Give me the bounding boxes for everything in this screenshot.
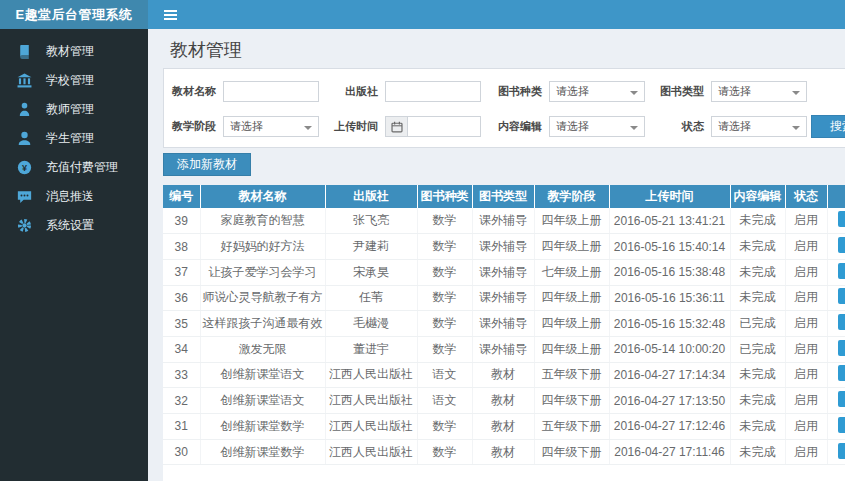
row-action-button[interactable] <box>838 417 845 433</box>
cell-图书种类: 数学 <box>417 439 472 465</box>
cell-教学阶段: 四年级下册 <box>534 388 609 414</box>
cell-上传时间: 2016-04-27 17:13:50 <box>609 388 730 414</box>
upload-time-input[interactable] <box>407 116 481 137</box>
row-action-button[interactable] <box>838 340 845 356</box>
teacher-icon <box>17 102 32 117</box>
book-category-select-value: 请选择 <box>556 84 589 99</box>
student-icon <box>17 131 32 146</box>
book-category-select[interactable]: 请选择 <box>549 81 645 102</box>
book-type-label: 图书类型 <box>656 84 704 99</box>
row-action-button[interactable] <box>838 443 845 459</box>
name-input[interactable] <box>223 81 319 102</box>
cell-图书种类: 语文 <box>417 362 472 388</box>
status-select[interactable]: 请选择 <box>711 116 807 137</box>
cell-教学阶段: 四年级上册 <box>534 234 609 260</box>
cell-编号: 38 <box>163 234 200 260</box>
cell-上传时间: 2016-05-16 15:38:48 <box>609 259 730 285</box>
sidebar-item-label: 学校管理 <box>46 72 94 89</box>
cell-上传时间: 2016-04-27 17:12:46 <box>609 414 730 440</box>
column-header-内容编辑: 内容编辑 <box>730 185 785 208</box>
main-content: 教材管理 教材名称出版社图书种类请选择图书类型请选择 搜索 教学阶段请选择上传时… <box>148 29 845 481</box>
row-action-button[interactable] <box>838 263 845 279</box>
add-material-button[interactable]: 添加新教材 <box>163 153 251 176</box>
filter-upload-time: 上传时间 <box>330 116 481 137</box>
sidebar-item-教师管理[interactable]: 教师管理 <box>0 95 148 124</box>
cell-上传时间: 2016-05-21 13:41:21 <box>609 208 730 234</box>
cell-actions <box>827 362 845 388</box>
filter-teaching-stage: 教学阶段请选择 <box>168 116 319 137</box>
row-action-button[interactable] <box>838 237 845 253</box>
row-action-button[interactable] <box>838 288 845 304</box>
filter-book-category: 图书种类请选择 <box>494 81 645 102</box>
content-edit-select[interactable]: 请选择 <box>549 116 645 137</box>
search-button[interactable]: 搜索 <box>811 115 845 138</box>
sidebar-item-label: 教师管理 <box>46 101 94 118</box>
cell-上传时间: 2016-05-16 15:32:48 <box>609 311 730 337</box>
teaching-stage-select[interactable]: 请选择 <box>223 116 319 137</box>
cell-教材名称: 创维新课堂数学 <box>200 414 325 440</box>
sidebar-item-充值付费管理[interactable]: ¥充值付费管理 <box>0 153 148 182</box>
cell-状态: 启用 <box>785 311 827 337</box>
content-edit-select-value: 请选择 <box>556 119 589 134</box>
sidebar-item-教材管理[interactable]: 教材管理 <box>0 37 148 66</box>
cell-actions <box>827 311 845 337</box>
cell-教材名称: 激发无限 <box>200 336 325 362</box>
materials-table-container: 编号教材名称出版社图书种类图书类型教学阶段上传时间内容编辑状态 39家庭教育的智… <box>163 185 845 481</box>
cell-actions <box>827 388 845 414</box>
cell-上传时间: 2016-04-27 17:14:34 <box>609 362 730 388</box>
sidebar-item-学生管理[interactable]: 学生管理 <box>0 124 148 153</box>
message-icon <box>17 189 32 204</box>
row-action-button[interactable] <box>838 211 845 227</box>
publisher-input[interactable] <box>385 81 481 102</box>
cell-图书种类: 数学 <box>417 285 472 311</box>
book-type-select[interactable]: 请选择 <box>711 81 807 102</box>
sidebar-item-label: 学生管理 <box>46 130 94 147</box>
cell-编号: 37 <box>163 259 200 285</box>
row-action-button[interactable] <box>838 365 845 381</box>
sidebar-item-消息推送[interactable]: 消息推送 <box>0 182 148 211</box>
sidebar-item-学校管理[interactable]: 学校管理 <box>0 66 148 95</box>
cell-图书种类: 语文 <box>417 388 472 414</box>
status-label: 状态 <box>656 119 704 134</box>
filter-panel: 教材名称出版社图书种类请选择图书类型请选择 搜索 教学阶段请选择上传时间内容编辑… <box>163 68 845 148</box>
cell-出版社: 张飞亮 <box>325 208 417 234</box>
table-row: 37让孩子爱学习会学习宋承昊数学课外辅导七年级上册2016-05-16 15:3… <box>163 259 845 285</box>
filter-publisher: 出版社 <box>330 81 481 102</box>
upload-time-label: 上传时间 <box>330 119 378 134</box>
chevron-down-icon <box>630 126 638 130</box>
cell-状态: 启用 <box>785 208 827 234</box>
teaching-stage-select-value: 请选择 <box>230 119 263 134</box>
cell-状态: 启用 <box>785 259 827 285</box>
cell-编号: 34 <box>163 336 200 362</box>
cell-编号: 33 <box>163 362 200 388</box>
table-row: 31创维新课堂数学江西人民出版社数学教材五年级下册2016-04-27 17:1… <box>163 414 845 440</box>
sidebar-toggle-icon[interactable] <box>160 5 186 25</box>
table-row: 30创维新课堂数学江西人民出版社数学教材四年级下册2016-04-27 17:1… <box>163 439 845 465</box>
cell-状态: 启用 <box>785 285 827 311</box>
cell-状态: 启用 <box>785 439 827 465</box>
payment-icon: ¥ <box>17 160 32 175</box>
cell-教学阶段: 五年级下册 <box>534 362 609 388</box>
cell-状态: 启用 <box>785 234 827 260</box>
cell-教材名称: 创维新课堂数学 <box>200 439 325 465</box>
sidebar-item-系统设置[interactable]: 系统设置 <box>0 211 148 240</box>
cell-actions <box>827 259 845 285</box>
column-header-编号: 编号 <box>163 185 200 208</box>
row-action-button[interactable] <box>838 314 845 330</box>
column-header-actions <box>827 185 845 208</box>
cell-actions <box>827 336 845 362</box>
cell-编号: 39 <box>163 208 200 234</box>
sidebar: 教材管理学校管理教师管理学生管理¥充值付费管理消息推送系统设置 <box>0 29 148 481</box>
column-header-上传时间: 上传时间 <box>609 185 730 208</box>
cell-上传时间: 2016-04-27 17:11:46 <box>609 439 730 465</box>
cell-actions <box>827 234 845 260</box>
cell-出版社: 尹建莉 <box>325 234 417 260</box>
cell-图书类型: 课外辅导 <box>472 208 534 234</box>
row-action-button[interactable] <box>838 391 845 407</box>
cell-教学阶段: 四年级上册 <box>534 311 609 337</box>
cell-出版社: 江西人民出版社 <box>325 388 417 414</box>
cell-状态: 启用 <box>785 336 827 362</box>
filter-book-type: 图书类型请选择 <box>656 81 807 102</box>
filter-name: 教材名称 <box>168 81 319 102</box>
cell-上传时间: 2016-05-16 15:40:14 <box>609 234 730 260</box>
